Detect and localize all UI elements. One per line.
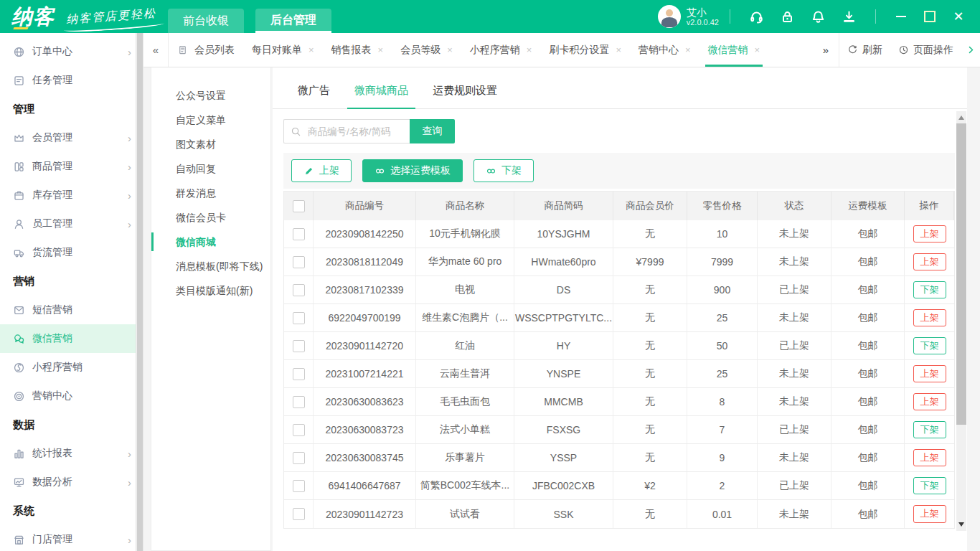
shelf-action-button[interactable]: 下架 bbox=[913, 337, 946, 354]
sidebar-item[interactable]: 统计报表› bbox=[0, 439, 143, 468]
shelf-action-button[interactable]: 下架 bbox=[913, 477, 946, 494]
row-checkbox[interactable] bbox=[293, 396, 305, 408]
row-checkbox[interactable] bbox=[293, 340, 305, 352]
sidebar-scrollbar[interactable] bbox=[136, 33, 143, 551]
table-cell: 未上架 bbox=[758, 220, 831, 248]
close-icon[interactable]: × bbox=[447, 44, 453, 55]
close-icon[interactable]: × bbox=[378, 44, 384, 55]
toolbar-button[interactable]: 选择运费模板 bbox=[362, 159, 463, 182]
close-button[interactable]: ✕ bbox=[948, 6, 969, 27]
row-checkbox[interactable] bbox=[293, 312, 305, 324]
download-icon[interactable] bbox=[842, 9, 857, 24]
close-icon[interactable]: × bbox=[616, 44, 621, 55]
page-operations-button[interactable]: 页面操作 bbox=[890, 33, 961, 67]
row-checkbox[interactable] bbox=[293, 424, 305, 436]
table-cell: 包邮 bbox=[831, 472, 905, 500]
avatar[interactable] bbox=[658, 5, 681, 28]
submenu-item[interactable]: 消息模板(即将下线) bbox=[151, 254, 270, 278]
close-icon[interactable]: × bbox=[755, 44, 760, 55]
sidebar-item[interactable]: 营销中心 bbox=[0, 382, 143, 410]
sidebar-item[interactable]: 数据分析› bbox=[0, 468, 143, 496]
row-checkbox[interactable] bbox=[293, 256, 305, 268]
row-checkbox[interactable] bbox=[293, 368, 305, 380]
table-cell: 下架 bbox=[905, 416, 954, 444]
service-icon[interactable] bbox=[749, 9, 764, 24]
content-tabs: 微广告微商城商品运费规则设置 bbox=[273, 67, 967, 109]
sidebar-item[interactable]: 库存管理› bbox=[0, 181, 143, 209]
sidebar-scrollbar-thumb[interactable] bbox=[137, 33, 143, 551]
row-checkbox[interactable] bbox=[293, 508, 305, 520]
table-scrollbar-thumb[interactable] bbox=[956, 123, 966, 425]
workspace-tab[interactable]: 会员等级× bbox=[392, 33, 461, 67]
close-icon[interactable]: × bbox=[527, 44, 532, 55]
table-scrollbar[interactable] bbox=[956, 111, 966, 531]
select-all-checkbox[interactable] bbox=[293, 200, 305, 212]
submenu-item[interactable]: 自定义菜单 bbox=[151, 108, 270, 132]
scroll-down-icon[interactable] bbox=[958, 522, 964, 527]
sidebar-item[interactable]: 任务管理 bbox=[0, 66, 143, 95]
topbar-tab-cashier[interactable]: 前台收银 bbox=[168, 9, 244, 33]
scroll-up-icon[interactable] bbox=[958, 116, 964, 120]
shelf-action-button[interactable]: 下架 bbox=[913, 281, 946, 298]
cell-value: 包邮 bbox=[858, 508, 878, 521]
shelf-action-button[interactable]: 上架 bbox=[913, 225, 946, 242]
sidebar-item[interactable]: 小程序营销 bbox=[0, 353, 143, 382]
submenu-item[interactable]: 微信商城 bbox=[151, 230, 270, 254]
maximize-button[interactable] bbox=[919, 6, 941, 27]
workspace-tab[interactable]: 营销中心× bbox=[630, 33, 699, 67]
shelf-action-button[interactable]: 上架 bbox=[913, 393, 946, 410]
submenu-item[interactable]: 图文素材 bbox=[151, 132, 270, 156]
sidebar-item[interactable]: 门店管理› bbox=[0, 525, 143, 551]
sidebar-item[interactable]: 短信营销 bbox=[0, 296, 143, 324]
sidebar-item[interactable]: 员工管理› bbox=[0, 209, 143, 238]
row-checkbox[interactable] bbox=[293, 452, 305, 464]
collapse-tabs-button[interactable]: « bbox=[143, 33, 169, 67]
close-icon[interactable]: × bbox=[685, 44, 691, 55]
sidebar-item[interactable]: 会员管理› bbox=[0, 123, 143, 152]
submenu-item[interactable]: 自动回复 bbox=[151, 156, 270, 181]
sidebar-item-label: 会员管理 bbox=[32, 131, 72, 144]
refresh-button[interactable]: 刷新 bbox=[839, 33, 890, 67]
shelf-action-button[interactable]: 上架 bbox=[913, 253, 946, 270]
search-button[interactable]: 查询 bbox=[410, 119, 455, 143]
submenu-item[interactable]: 类目模版通知(新) bbox=[151, 278, 270, 303]
content-tab[interactable]: 微商城商品 bbox=[354, 84, 408, 108]
toolbar-button[interactable]: 下架 bbox=[473, 159, 534, 182]
shelf-action-button[interactable]: 上架 bbox=[913, 505, 946, 522]
workspace-tab[interactable]: 微信营销× bbox=[699, 33, 769, 67]
shelf-action-button[interactable]: 上架 bbox=[913, 309, 946, 326]
lock-icon[interactable] bbox=[780, 9, 795, 24]
close-icon[interactable]: × bbox=[308, 44, 314, 55]
workspace-tab[interactable]: 每日对账单× bbox=[243, 33, 323, 67]
search-input[interactable] bbox=[306, 126, 403, 138]
submenu-item[interactable]: 微信会员卡 bbox=[151, 205, 270, 230]
workspace-tab[interactable]: 销售报表× bbox=[323, 33, 392, 67]
workspace-tab[interactable]: 刷卡积分设置× bbox=[540, 33, 630, 67]
sidebar-item[interactable]: 微信营销 bbox=[0, 324, 143, 353]
workspace-tab[interactable]: 会员列表 bbox=[169, 33, 243, 67]
minimize-button[interactable] bbox=[890, 6, 912, 27]
content-tab[interactable]: 微广告 bbox=[298, 84, 330, 108]
sidebar-item[interactable]: 货流管理 bbox=[0, 238, 143, 267]
topbar-tab-admin[interactable]: 后台管理 bbox=[255, 9, 331, 33]
toolbar-button[interactable]: 上架 bbox=[291, 159, 352, 182]
submenu-item[interactable]: 群发消息 bbox=[151, 181, 270, 205]
shelf-action-button[interactable]: 上架 bbox=[913, 365, 946, 382]
content-tab[interactable]: 运费规则设置 bbox=[433, 84, 497, 108]
workspace-tab[interactable]: 小程序营销× bbox=[461, 33, 541, 67]
column-header: 操作 bbox=[905, 192, 954, 220]
row-checkbox[interactable] bbox=[293, 480, 305, 492]
cell-value: 9 bbox=[720, 452, 725, 463]
table-header-row: 商品编号商品名称商品简码商品会员价零售价格状态运费模板操作 bbox=[284, 192, 954, 220]
shelf-action-button[interactable]: 下架 bbox=[913, 421, 946, 438]
row-checkbox[interactable] bbox=[293, 228, 305, 240]
bell-icon[interactable] bbox=[811, 9, 826, 24]
tabstrip-next-button[interactable] bbox=[961, 33, 980, 67]
sidebar-item[interactable]: 商品管理› bbox=[0, 152, 143, 181]
submenu-item[interactable]: 公众号设置 bbox=[151, 83, 270, 108]
expand-tabs-button[interactable]: » bbox=[813, 33, 839, 67]
link-icon bbox=[486, 166, 496, 176]
row-checkbox[interactable] bbox=[293, 284, 305, 296]
sidebar-item[interactable]: 订单中心› bbox=[0, 37, 143, 66]
shelf-action-button[interactable]: 上架 bbox=[913, 449, 946, 466]
